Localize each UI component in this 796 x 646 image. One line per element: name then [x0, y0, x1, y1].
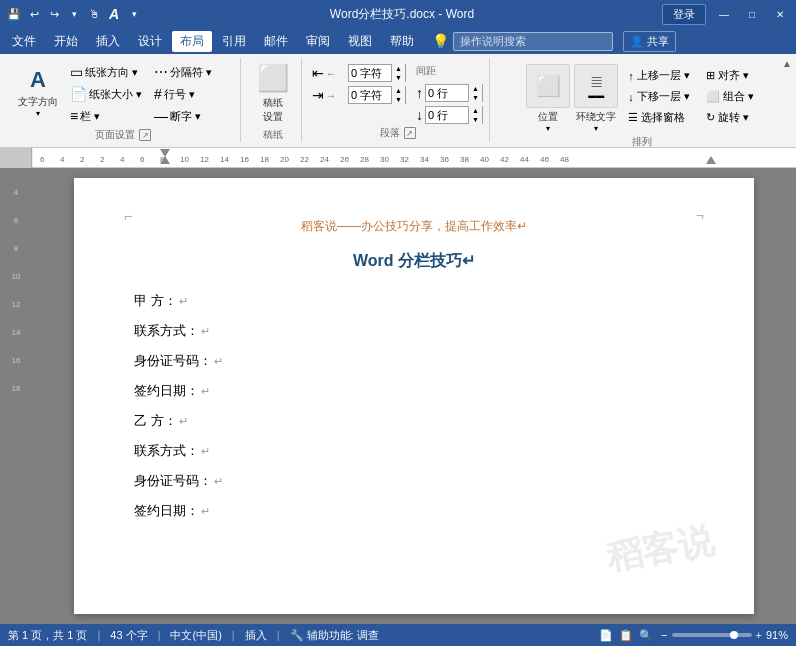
zoom-out-btn[interactable]: − — [661, 629, 667, 641]
page-container[interactable]: ⌐ ¬ 稻客说——办公技巧分享，提高工作效率↵ Word 分栏技巧↵ 甲 方： … — [32, 168, 796, 624]
ruler-indent-hanging[interactable] — [160, 153, 170, 167]
login-button[interactable]: 登录 — [662, 4, 706, 25]
draft-paper-button[interactable]: ⬜ 稿纸设置 — [251, 60, 295, 126]
wrap-text-button[interactable]: ≣ ▬▬ — [574, 64, 618, 108]
zoom-level[interactable]: 91% — [766, 629, 788, 641]
page-setup-expand[interactable]: ↗ — [139, 129, 151, 141]
content-line-4[interactable]: 乙 方： ↵ — [134, 412, 694, 430]
position-button[interactable]: ⬜ — [526, 64, 570, 108]
document-title[interactable]: Word 分栏技巧↵ — [134, 251, 694, 272]
menu-item-review[interactable]: 审阅 — [298, 31, 338, 52]
selection-pane-button[interactable]: ☰ 选择窗格 — [624, 108, 694, 127]
status-accessibility: 🔧 辅助功能: 调查 — [290, 628, 379, 643]
menu-item-layout[interactable]: 布局 — [172, 31, 212, 52]
line-label-0: 甲 方： — [134, 292, 177, 310]
menu-item-view[interactable]: 视图 — [340, 31, 380, 52]
customize-icon[interactable]: ▾ — [66, 6, 82, 22]
line-label-5: 联系方式： — [134, 442, 199, 460]
indent-left-up[interactable]: ▲ — [392, 64, 405, 73]
view-web-icon[interactable]: 📋 — [619, 629, 633, 642]
status-insert-mode[interactable]: 插入 — [245, 628, 267, 643]
move-backward-button[interactable]: ↓ 下移一层 ▾ — [624, 87, 694, 106]
line-numbers-button[interactable]: # 行号 ▾ — [150, 84, 234, 104]
zoom-in-btn[interactable]: + — [756, 629, 762, 641]
menu-bar: 文件 开始 插入 设计 布局 引用 邮件 审阅 视图 帮助 💡 操作说明搜索 👤… — [0, 28, 796, 54]
space-after-up[interactable]: ▲ — [469, 106, 482, 115]
draft-paper-label: 稿纸设置 — [263, 96, 283, 124]
group-button[interactable]: ⬜ 组合 ▾ — [702, 87, 758, 106]
align-button[interactable]: ⊞ 对齐 ▾ — [702, 66, 758, 85]
hyphenation-button[interactable]: — 断字 ▾ — [150, 106, 234, 126]
svg-text:18: 18 — [260, 155, 269, 164]
redo-icon[interactable]: ↪ — [46, 6, 62, 22]
space-before-icon: ↑ — [416, 85, 423, 101]
zoom-track[interactable] — [672, 633, 752, 637]
selection-pane-icon: ☰ — [628, 111, 638, 124]
indent-left-spinbox[interactable]: ▲ ▼ — [348, 64, 406, 82]
ribbon-collapse-button[interactable]: ▲ — [782, 58, 792, 69]
svg-text:26: 26 — [340, 155, 349, 164]
restore-button[interactable]: □ — [742, 4, 762, 24]
indent-left-input[interactable] — [349, 67, 391, 79]
columns-button[interactable]: ≡ 栏 ▾ — [66, 106, 146, 126]
menu-item-design[interactable]: 设计 — [130, 31, 170, 52]
content-line-3[interactable]: 签约日期： ↵ — [134, 382, 694, 400]
undo-icon[interactable]: ↩ — [26, 6, 42, 22]
document-page[interactable]: ⌐ ¬ 稻客说——办公技巧分享，提高工作效率↵ Word 分栏技巧↵ 甲 方： … — [74, 178, 754, 614]
menu-item-references[interactable]: 引用 — [214, 31, 254, 52]
menu-item-help[interactable]: 帮助 — [382, 31, 422, 52]
space-before-up[interactable]: ▲ — [469, 84, 482, 93]
indent-right-input[interactable] — [349, 89, 391, 101]
save-icon[interactable]: 💾 — [6, 6, 22, 22]
paper-size-button[interactable]: 📄 纸张大小 ▾ — [66, 84, 146, 104]
indent-left-down[interactable]: ▼ — [392, 73, 405, 82]
paragraph-expand[interactable]: ↗ — [404, 127, 416, 139]
margins-button[interactable]: ▭ 纸张方向 ▾ — [66, 62, 146, 82]
text-direction-button[interactable]: A 文字方向 ▾ — [12, 60, 64, 126]
svg-text:22: 22 — [300, 155, 309, 164]
share-button[interactable]: 👤 共享 — [623, 31, 676, 52]
indent-left-icon: ⇤ — [312, 65, 324, 81]
space-before-down[interactable]: ▼ — [469, 93, 482, 102]
ruler-indent-right[interactable] — [706, 153, 716, 167]
view-read-icon[interactable]: 🔍 — [639, 629, 653, 642]
search-bar[interactable]: 操作说明搜索 — [453, 32, 613, 51]
svg-text:36: 36 — [440, 155, 449, 164]
space-before-input[interactable] — [426, 87, 468, 99]
space-after-down[interactable]: ▼ — [469, 115, 482, 124]
zoom-thumb[interactable] — [730, 631, 738, 639]
minimize-button[interactable]: — — [714, 4, 734, 24]
move-forward-icon: ↑ — [628, 70, 634, 82]
content-line-2[interactable]: 身份证号码： ↵ — [134, 352, 694, 370]
indent-right-down[interactable]: ▼ — [392, 95, 405, 104]
menu-item-insert[interactable]: 插入 — [88, 31, 128, 52]
breaks-button[interactable]: ⋯ 分隔符 ▾ — [150, 62, 234, 82]
content-line-6[interactable]: 身份证号码： ↵ — [134, 472, 694, 490]
wrap-text-icon: ≣ — [590, 72, 603, 91]
svg-text:4: 4 — [60, 155, 65, 164]
space-after-input[interactable] — [426, 109, 468, 121]
close-button[interactable]: ✕ — [770, 4, 790, 24]
content-line-0[interactable]: 甲 方： ↵ — [134, 292, 694, 310]
text-direction-icon: A — [30, 68, 46, 92]
format-icon[interactable]: A — [106, 6, 122, 22]
indent-right-icon: ⇥ — [312, 87, 324, 103]
content-line-5[interactable]: 联系方式： ↵ — [134, 442, 694, 460]
menu-item-mailings[interactable]: 邮件 — [256, 31, 296, 52]
touch-icon[interactable]: 🖱 — [86, 6, 102, 22]
menu-item-home[interactable]: 开始 — [46, 31, 86, 52]
view-print-icon[interactable]: 📄 — [599, 629, 613, 642]
rotate-button[interactable]: ↻ 旋转 ▾ — [702, 108, 758, 127]
move-forward-button[interactable]: ↑ 上移一层 ▾ — [624, 66, 694, 85]
space-before-spinbox[interactable]: ▲ ▼ — [425, 84, 483, 102]
wrap-text-arrow: ▾ — [594, 124, 598, 133]
indent-right-up[interactable]: ▲ — [392, 86, 405, 95]
content-line-7[interactable]: 签约日期： ↵ — [134, 502, 694, 520]
more-icon[interactable]: ▾ — [126, 6, 142, 22]
space-after-spinbox[interactable]: ▲ ▼ — [425, 106, 483, 124]
indent-right-spinbox[interactable]: ▲ ▼ — [348, 86, 406, 104]
svg-text:2: 2 — [100, 155, 105, 164]
menu-item-file[interactable]: 文件 — [4, 31, 44, 52]
status-page: 第 1 页，共 1 页 — [8, 628, 87, 643]
content-line-1[interactable]: 联系方式： ↵ — [134, 322, 694, 340]
